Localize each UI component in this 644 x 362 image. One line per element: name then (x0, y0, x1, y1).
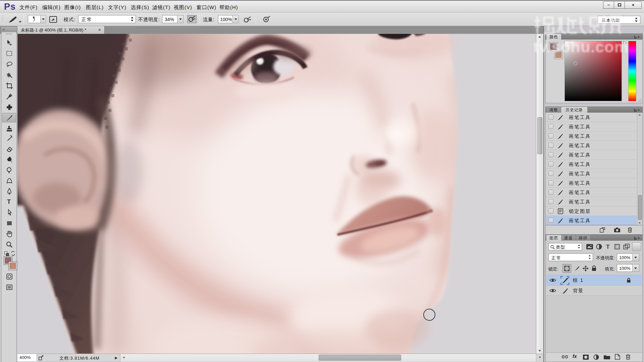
svg-text:T: T (606, 244, 610, 250)
svg-text:T: T (7, 198, 11, 205)
